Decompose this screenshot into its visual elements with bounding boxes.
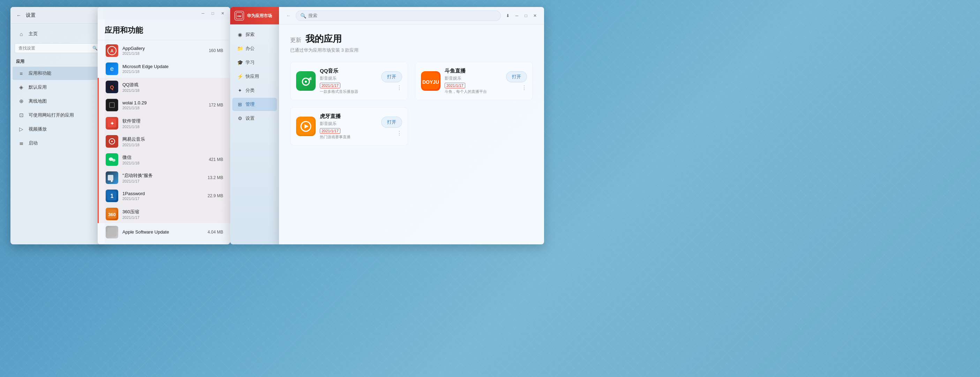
netease-date: 2021/1/18 [123, 143, 198, 147]
svg-text:1: 1 [111, 193, 114, 199]
svg-text:A: A [111, 48, 114, 53]
app-item-wechat[interactable]: 微信 2021/1/18 421 MB [98, 150, 230, 169]
360zip-name: 360压缩 [123, 209, 198, 215]
explore-label: 探索 [245, 31, 255, 38]
sidebar-item-home[interactable]: ⌂ 主页 [13, 27, 103, 40]
minimize-button[interactable]: ─ [513, 12, 520, 19]
explore-icon: ◉ [237, 32, 243, 37]
manage-label: 管理 [245, 101, 255, 107]
svg-text:✦: ✦ [110, 120, 115, 126]
maximize-button[interactable]: □ [522, 12, 530, 19]
sidebar-item-default-apps[interactable]: ◈ 默认应用 [13, 81, 103, 94]
apple-update-size: 4.04 MB [202, 230, 223, 235]
autorun-date: 2021/1/17 [123, 179, 198, 183]
douyu-category: 影音娱乐 [445, 75, 502, 81]
qq-game-date: 2021/1/18 [123, 88, 198, 93]
settings-search-input[interactable] [15, 43, 100, 53]
apps-features-label: 应用和功能 [29, 70, 51, 77]
qq-game-info: QQ游戏 2021/1/18 [123, 81, 198, 93]
douyu-actions: 打开 ⋮ [506, 71, 527, 91]
sidebar-item-video-playback[interactable]: ▷ 视频播放 [13, 123, 103, 136]
back-button[interactable]: ← [15, 11, 23, 19]
app-item-360zip[interactable]: 360 360压缩 2021/1/17 [98, 205, 230, 223]
quick-apps-icon: ⚡ [237, 73, 243, 79]
huya-info: 虎牙直播 影音娱乐 2021/1/17 热门游戏赛事直播 [320, 113, 377, 140]
qq-music-more-button[interactable]: ⋮ [396, 85, 402, 91]
search-input[interactable] [308, 13, 496, 18]
svg-point-12 [112, 159, 115, 161]
back-arrow[interactable]: ← [285, 12, 292, 19]
app-card-qq-music: QQ音乐 影音娱乐 2021/1/17 一款多格式音乐播放器 打开 ⋮ [290, 62, 408, 100]
download-button[interactable]: ⬇ [504, 12, 511, 19]
svg-rect-19 [107, 228, 116, 237]
app-item-wolai[interactable]: wolai 1.0.29 2021/1/18 172 MB [98, 96, 230, 114]
apps-list: A AppGallery 2021/1/18 160 MB e Microsof… [98, 40, 230, 244]
netease-icon [106, 135, 118, 148]
svg-text:HW: HW [237, 15, 241, 18]
app-item-appgallery[interactable]: A AppGallery 2021/1/18 160 MB [98, 42, 230, 60]
app-item-netease-music[interactable]: 网易云音乐 2021/1/18 [98, 132, 230, 150]
app-item-apple-update[interactable]: Apple Software Update 4.04 MB [98, 223, 230, 241]
1password-name: 1Password [123, 191, 198, 196]
category-label: 分类 [245, 87, 255, 94]
maximize-button[interactable]: □ [209, 10, 216, 17]
edge-update-name: Microsoft Edge Update [123, 64, 198, 69]
netease-name: 网易云音乐 [123, 136, 198, 142]
huawei-content: 更新 我的应用 已通过华为应用市场安装 3 款应用 [279, 24, 544, 244]
douyu-desc: 斗鱼，每个人的直播平台 [445, 89, 502, 94]
wechat-icon [106, 153, 118, 166]
huawei-sidebar: HW 华为应用市场 ◉ 探索 📁 办公 🎓 学习 ⚡ 快应用 ✦ 分类 ⊞ 管理 [230, 7, 279, 244]
1password-info: 1Password 2021/1/17 [123, 191, 198, 201]
huawei-main-titlebar: ← 🔍 ⬇ ─ □ ✕ [279, 7, 544, 24]
huya-more-button[interactable]: ⋮ [396, 130, 402, 136]
sidebar-item-offline-maps[interactable]: ⊕ 离线地图 [13, 94, 103, 108]
qq-music-desc: 一款多格式音乐播放器 [320, 89, 377, 94]
huya-name: 虎牙直播 [320, 113, 377, 120]
quick-apps-label: 快应用 [245, 73, 259, 80]
office-label: 办公 [245, 45, 255, 52]
autorun-name: "启动转换"服务 [123, 173, 198, 179]
minimize-button[interactable]: ─ [199, 10, 207, 17]
study-icon: 🎓 [237, 60, 243, 65]
close-button[interactable]: ✕ [531, 12, 538, 19]
huawei-nav-settings[interactable]: ⚙ 设置 [232, 112, 277, 125]
autorun-info: "启动转换"服务 2021/1/17 [123, 173, 198, 183]
apple-update-icon [106, 226, 118, 238]
wechat-info: 微信 2021/1/18 [123, 154, 198, 165]
app-item-qq-game[interactable]: Q QQ游戏 2021/1/18 [98, 78, 230, 96]
settings-title: 设置 [26, 12, 36, 19]
huawei-nav-quick-apps[interactable]: ⚡ 快应用 [232, 70, 277, 83]
huawei-nav-study[interactable]: 🎓 学习 [232, 56, 277, 69]
wechat-name: 微信 [123, 154, 198, 161]
huya-open-button[interactable]: 打开 [381, 117, 402, 128]
offline-maps-icon: ⊕ [18, 98, 24, 104]
app-item-autorun[interactable]: ▶ "启动转换"服务 2021/1/17 13.2 MB [98, 169, 230, 187]
titlebar-actions: ⬇ ─ □ ✕ [504, 12, 538, 19]
sidebar-item-website-apps[interactable]: ⊡ 可使用网站打开的应用 [13, 109, 103, 122]
app-item-edge-update[interactable]: e Microsoft Edge Update 2021/1/18 [98, 60, 230, 78]
douyu-open-button[interactable]: 打开 [506, 71, 527, 82]
software-mgr-date: 2021/1/18 [123, 125, 198, 129]
huawei-main-window: ← 🔍 ⬇ ─ □ ✕ 更新 我的应用 已通过华为应用市场安装 3 款应用 [279, 7, 544, 244]
app-card-huya: 虎牙直播 影音娱乐 2021/1/17 热门游戏赛事直播 打开 ⋮ [290, 107, 408, 145]
app-item-1password[interactable]: 1 1Password 2021/1/17 22.9 MB [98, 187, 230, 205]
douyu-date: 2021/1/17 [445, 83, 465, 88]
my-apps-label: 我的应用 [305, 33, 342, 45]
douyu-more-button[interactable]: ⋮ [522, 85, 527, 91]
apps-section-label: 应用 [11, 56, 105, 66]
app-item-software-mgr[interactable]: ✦ 软件管理 2021/1/18 [98, 114, 230, 132]
qq-music-open-button[interactable]: 打开 [381, 71, 402, 82]
huawei-nav-office[interactable]: 📁 办公 [232, 42, 277, 55]
huawei-nav-category[interactable]: ✦ 分类 [232, 84, 277, 97]
huawei-nav-manage[interactable]: ⊞ 管理 [232, 98, 277, 111]
svg-point-24 [305, 81, 307, 83]
huawei-nav: ◉ 探索 📁 办公 🎓 学习 ⚡ 快应用 ✦ 分类 ⊞ 管理 ⚙ 设置 [230, 24, 279, 244]
search-box[interactable]: 🔍 [296, 11, 501, 21]
apps-titlebar: ─ □ ✕ [98, 7, 230, 19]
sidebar-item-apps-features[interactable]: ≡ 应用和功能 [13, 67, 103, 80]
huawei-nav-explore[interactable]: ◉ 探索 [232, 28, 277, 41]
close-button[interactable]: ✕ [219, 10, 226, 17]
svg-point-9 [111, 141, 113, 142]
sidebar-item-startup[interactable]: ≣ 启动 [13, 136, 103, 150]
svg-text:▶: ▶ [111, 179, 113, 182]
